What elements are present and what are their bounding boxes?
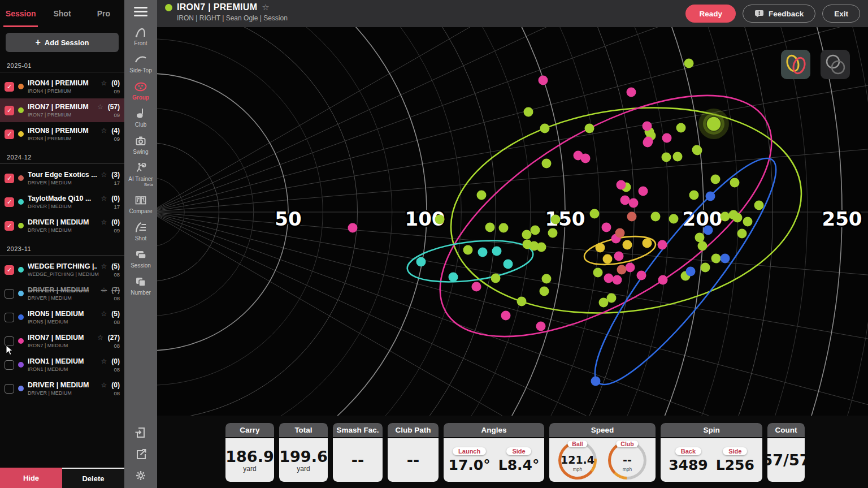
shot-dot[interactable] [617, 180, 626, 190]
shot-dot[interactable] [522, 230, 532, 240]
shot-dot[interactable] [416, 257, 426, 267]
tab-session[interactable]: Session [0, 0, 41, 27]
session-list-item[interactable]: ✓IRON4 | PREMIUMIRON4 | PREMIUM☆(0)09 [0, 75, 124, 98]
shot-dot[interactable] [651, 212, 661, 222]
tab-shot[interactable]: Shot [41, 0, 83, 27]
ellipse-overlay-toggle-off[interactable] [821, 50, 850, 79]
shot-dot[interactable] [591, 377, 601, 386]
session-list-item[interactable]: IRON7 | MEDIUMIRON7 | MEDIUM☆(27)08 [0, 329, 124, 353]
star-icon[interactable]: ☆ [101, 286, 107, 294]
shot-dot[interactable] [536, 322, 546, 331]
rail-item-side-top[interactable]: Side·Top [129, 53, 151, 74]
settings-icon[interactable] [134, 469, 147, 482]
shot-dot[interactable] [551, 215, 561, 224]
rail-item-ai-trainer[interactable]: AI TrainerBeta [128, 161, 153, 187]
shot-dot[interactable] [662, 133, 672, 143]
ready-button[interactable]: Ready [685, 5, 736, 23]
tab-pro[interactable]: Pro [83, 0, 124, 27]
session-list-item[interactable]: ✓WEDGE PITCHING |...WEDGE_PITCHING | MED… [0, 258, 124, 282]
shot-dot[interactable] [692, 145, 702, 155]
shot-dot[interactable] [658, 275, 668, 285]
shot-dot[interactable] [603, 254, 613, 264]
shot-dot[interactable] [676, 123, 686, 133]
shot-dot[interactable] [754, 201, 764, 210]
shot-dot[interactable] [504, 260, 513, 269]
session-checkbox[interactable]: ✓ [5, 221, 14, 231]
shot-dot[interactable] [491, 274, 501, 283]
shot-dot[interactable] [706, 192, 715, 201]
session-checkbox[interactable] [5, 289, 14, 299]
shot-dot[interactable] [477, 191, 487, 200]
rail-item-group[interactable]: Group [132, 80, 149, 101]
star-icon[interactable]: ☆ [101, 195, 107, 202]
shot-dot[interactable] [542, 274, 552, 284]
shot-dot[interactable] [686, 267, 696, 277]
shot-dot[interactable] [698, 241, 708, 251]
shot-dot[interactable] [472, 282, 481, 292]
hide-button[interactable]: Hide [0, 468, 62, 488]
session-checkbox[interactable]: ✓ [5, 106, 14, 115]
import-icon[interactable] [134, 426, 147, 439]
session-checkbox[interactable]: ✓ [5, 197, 14, 207]
star-icon[interactable]: ☆ [101, 310, 107, 318]
shot-dot[interactable] [673, 152, 683, 162]
rail-item-swing[interactable]: Swing [133, 134, 148, 155]
shot-dot[interactable] [695, 233, 705, 243]
star-icon[interactable]: ☆ [101, 79, 107, 87]
shot-dot[interactable] [743, 217, 753, 227]
session-list-item[interactable]: ✓Tour Edge Exotics ...DRIVER | MEDIUM☆(3… [0, 166, 124, 190]
session-checkbox[interactable] [5, 313, 14, 322]
feedback-button[interactable]: Feedback [743, 5, 815, 23]
shot-dot[interactable] [701, 263, 710, 273]
session-checkbox[interactable]: ✓ [5, 265, 14, 275]
shot-dot[interactable] [704, 226, 713, 235]
shot-dot[interactable] [730, 178, 740, 188]
shot-dot[interactable] [627, 88, 636, 97]
star-icon[interactable]: ☆ [101, 218, 107, 226]
shot-dot[interactable] [596, 243, 605, 253]
session-list-item[interactable]: DRIVER | MEDIUMDRIVER | MEDIUM☆(0)08 [0, 377, 124, 400]
session-checkbox[interactable] [5, 336, 14, 346]
shot-dot[interactable] [537, 243, 546, 252]
shot-dot[interactable] [643, 239, 652, 248]
shot-dot[interactable] [669, 214, 679, 224]
star-icon[interactable]: ☆ [101, 127, 107, 135]
shot-dot[interactable] [613, 275, 622, 285]
shot-dot[interactable] [643, 138, 653, 148]
star-icon[interactable]: ☆ [97, 334, 103, 342]
session-checkbox[interactable]: ✓ [5, 82, 14, 92]
session-checkbox[interactable]: ✓ [5, 174, 14, 183]
shot-dot[interactable] [499, 223, 509, 233]
rail-item-club[interactable]: Club [133, 107, 148, 128]
rail-item-compare[interactable]: Compare [129, 193, 152, 214]
shot-dot[interactable] [599, 298, 609, 308]
shot-dot[interactable] [617, 265, 627, 275]
shot-dispersion-chart[interactable]: 50100150200250 [157, 27, 868, 416]
shot-dot[interactable] [614, 252, 624, 261]
shot-dot[interactable] [711, 254, 721, 264]
shot-dot[interactable] [721, 212, 730, 222]
shot-dot[interactable] [629, 198, 639, 208]
share-icon[interactable] [134, 447, 147, 461]
shot-dot[interactable] [542, 159, 552, 169]
delete-button[interactable]: Delete [62, 468, 124, 488]
shot-dot[interactable] [620, 196, 630, 205]
shot-dot[interactable] [435, 215, 445, 224]
session-checkbox[interactable] [5, 360, 14, 370]
add-session-button[interactable]: + Add Session [6, 33, 119, 52]
session-list-item[interactable]: ✓IRON8 | PREMIUMIRON8 | PREMIUM☆(4)09 [0, 122, 124, 146]
shot-dot[interactable] [627, 212, 637, 222]
rail-item-session[interactable]: Session [131, 248, 151, 269]
shot-dot[interactable] [643, 122, 652, 131]
session-list-item[interactable]: ✓DRIVER | MEDIUMDRIVER | MEDIUM☆(0)09 [0, 214, 124, 237]
star-icon[interactable]: ☆ [97, 103, 103, 111]
shot-dot[interactable] [689, 191, 699, 200]
shot-dot[interactable] [623, 240, 632, 250]
shot-dot[interactable] [615, 228, 625, 238]
shot-dot[interactable] [485, 223, 495, 232]
shot-dot[interactable] [348, 223, 358, 233]
shot-dot[interactable] [463, 245, 473, 255]
shot-dot[interactable] [524, 107, 533, 117]
rail-item-shot[interactable]: Shot [133, 221, 148, 241]
shot-dot[interactable] [517, 297, 527, 306]
